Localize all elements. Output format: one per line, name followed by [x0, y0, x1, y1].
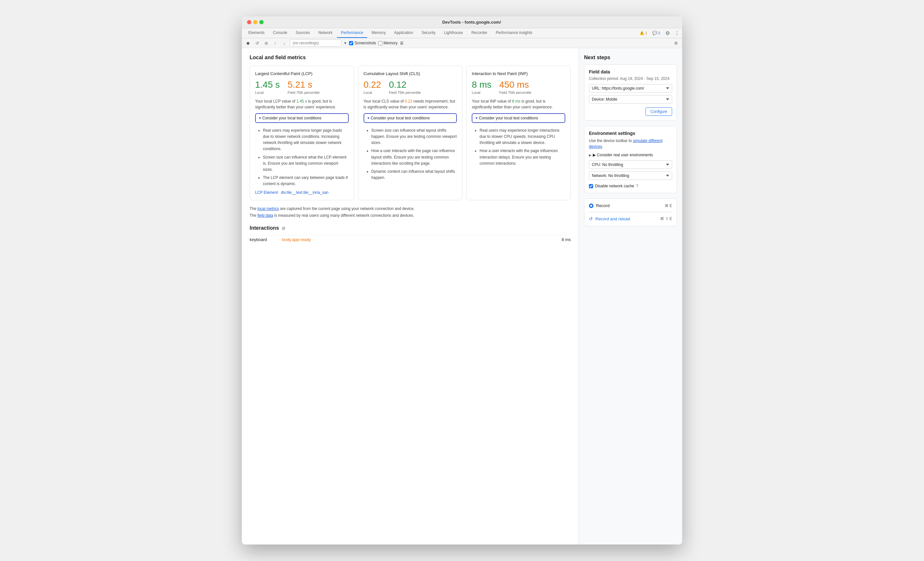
disable-cache-row: Disable network cache ? — [589, 184, 672, 188]
lcp-condition-2: Screen size can influence what the LCP e… — [263, 154, 349, 173]
tab-recorder[interactable]: Recorder — [468, 28, 491, 38]
tab-lighthouse[interactable]: Lighthouse — [440, 28, 467, 38]
inp-local-label: Local — [472, 91, 492, 94]
devtools-window: DevTools - fonts.google.com/ Elements Co… — [242, 16, 682, 545]
disable-cache-label: Disable network cache — [595, 184, 634, 188]
record-section: Record ⌘ E ↺ Record and reload ⌘ ⇧ E — [584, 198, 677, 226]
download-button[interactable]: ↓ — [281, 39, 288, 46]
tab-performance-insights[interactable]: Performance insights — [492, 28, 536, 38]
url-select[interactable]: URL: https://fonts.google.com/ — [589, 84, 672, 93]
tab-elements[interactable]: Elements — [244, 28, 268, 38]
footer-line-2: The field data is measured by real users… — [250, 212, 571, 219]
cls-field-label: Field 75th percentile — [389, 91, 421, 94]
cls-condition-2: How a user interacts with the page can i… — [371, 148, 457, 167]
lcp-description: Your local LCP value of 1.45 s is good, … — [255, 98, 349, 110]
record-reload-shortcut: ⌘ ⇧ E — [660, 217, 672, 221]
interactions-section: Interactions ⊘ keyboard body.app-ready 8… — [250, 225, 571, 244]
lcp-local: 1.45 s Local — [255, 80, 280, 94]
network-select[interactable]: Network: No throttling — [589, 172, 672, 180]
field-data-title: Field data — [589, 69, 672, 75]
cls-consider-section[interactable]: ▾Consider your local test conditions — [364, 113, 457, 123]
field-data-card: Field data Collection period: Aug 19, 20… — [584, 64, 677, 121]
inp-card: Interaction to Next Paint (INP) 8 ms Loc… — [466, 66, 571, 200]
footer-note: The local metrics are captured from the … — [250, 205, 571, 219]
lcp-card: Largest Contentful Paint (LCP) 1.45 s Lo… — [250, 66, 354, 200]
device-select[interactable]: Device: Mobile — [589, 95, 672, 103]
interactions-title: Interactions — [250, 225, 279, 231]
tab-memory[interactable]: Memory — [368, 28, 390, 38]
consider-real-toggle[interactable]: ▶ ▶ Consider real user environments — [589, 153, 672, 157]
lcp-consider-section[interactable]: ▾Consider your local test conditions — [255, 113, 349, 123]
clear-button[interactable]: ⊘ — [262, 39, 270, 46]
lcp-highlight: 1.45 s — [296, 99, 307, 103]
more-icon[interactable]: ⋮ — [674, 30, 680, 36]
inp-title: Interaction to Next Paint (INP) — [472, 71, 565, 76]
disable-cache-checkbox[interactable] — [589, 184, 593, 188]
inp-condition-2: How a user interacts with the page influ… — [480, 148, 565, 167]
recording-select[interactable] — [290, 39, 342, 46]
record-label[interactable]: Record — [596, 203, 610, 208]
screenshots-checkbox[interactable] — [349, 41, 353, 45]
cpu-select[interactable]: CPU: No throttling — [589, 160, 672, 169]
settings-icon[interactable]: ⚙ — [665, 30, 670, 36]
env-settings-title: Environment settings — [589, 131, 672, 136]
upload-button[interactable]: ↑ — [272, 39, 279, 46]
configure-button[interactable]: Configure — [646, 108, 672, 116]
cpu-icon: 🖥 — [399, 40, 404, 46]
inp-description: Your local INP value of 8 ms is good, bu… — [472, 98, 565, 110]
interaction-time: 8 ms — [562, 237, 571, 242]
toolbar-settings-icon[interactable]: ⚙ — [672, 39, 680, 46]
metrics-grid: Largest Contentful Paint (LCP) 1.45 s Lo… — [250, 66, 571, 200]
cls-description: Your local CLS value of 0.22 needs impro… — [364, 98, 457, 110]
help-icon[interactable]: ? — [636, 184, 639, 188]
inp-field-label: Field 75th percentile — [499, 91, 531, 94]
lcp-element: LCP Element div.tile__text.tile__inria_s… — [255, 190, 349, 195]
left-panel: Local and field metrics Largest Contentf… — [242, 48, 579, 545]
metrics-section-heading: Local and field metrics — [250, 55, 571, 60]
tab-security[interactable]: Security — [418, 28, 440, 38]
footer-line-1: The local metrics are captured from the … — [250, 205, 571, 212]
interaction-target[interactable]: body.app-ready — [282, 237, 562, 242]
tab-application[interactable]: Application — [390, 28, 417, 38]
record-reload-left: ↺ Record and reload — [589, 216, 630, 221]
memory-checkbox[interactable] — [378, 41, 382, 45]
cls-condition-1: Screen size can influence what layout sh… — [371, 127, 457, 146]
table-row: keyboard body.app-ready 8 ms — [250, 235, 571, 244]
inp-local: 8 ms Local — [472, 80, 492, 94]
lcp-values: 1.45 s Local 5.21 s Field 75th percentil… — [255, 80, 349, 94]
tab-console[interactable]: Console — [269, 28, 291, 38]
cls-title: Cumulative Layout Shift (CLS) — [364, 71, 457, 76]
refresh-button[interactable]: ↺ — [254, 39, 261, 46]
fullscreen-button[interactable] — [260, 20, 264, 24]
tab-network[interactable]: Network — [314, 28, 336, 38]
local-metrics-link[interactable]: local metrics — [257, 206, 279, 211]
inp-consider-triangle: ▾ — [476, 116, 477, 120]
record-reload-label[interactable]: Record and reload — [596, 217, 630, 221]
inp-local-value: 8 ms — [472, 80, 492, 90]
cls-field-value: 0.12 — [389, 80, 421, 90]
record-shortcut: ⌘ E — [664, 203, 672, 208]
field-data-period: Collection period: Aug 19, 2024 - Sep 15… — [589, 76, 672, 81]
lcp-local-value: 1.45 s — [255, 80, 280, 90]
minimize-button[interactable] — [253, 20, 257, 24]
tab-performance[interactable]: Performance — [337, 28, 367, 38]
recording-dropdown-arrow[interactable]: ▼ — [344, 41, 347, 45]
cls-condition-3: Dynamic content can influence what layou… — [371, 169, 457, 181]
warning-icon: ⚠️ — [639, 31, 644, 35]
interactions-icon: ⊘ — [282, 226, 285, 231]
field-data-link[interactable]: field data — [257, 213, 273, 218]
interactions-header: Interactions ⊘ — [250, 225, 571, 231]
warning-count: 1 — [645, 31, 647, 35]
close-button[interactable] — [247, 20, 251, 24]
cls-consider-triangle: ▾ — [368, 116, 369, 120]
lcp-element-value[interactable]: div.tile__text.tile__inria_san — [281, 190, 328, 195]
cls-local: 0.22 Local — [364, 80, 381, 94]
lcp-field-label: Field 75th percentile — [288, 91, 320, 94]
inp-consider-section[interactable]: ▾Consider your local test conditions — [472, 113, 565, 123]
inp-field-value: 450 ms — [499, 80, 531, 90]
record-button[interactable]: ⏺ — [244, 39, 252, 46]
devtools-tab-bar: Elements Console Sources Network Perform… — [242, 28, 682, 38]
record-circle-icon — [589, 203, 594, 208]
simulate-devices-link[interactable]: simulate different devices — [589, 139, 662, 149]
tab-sources[interactable]: Sources — [292, 28, 314, 38]
